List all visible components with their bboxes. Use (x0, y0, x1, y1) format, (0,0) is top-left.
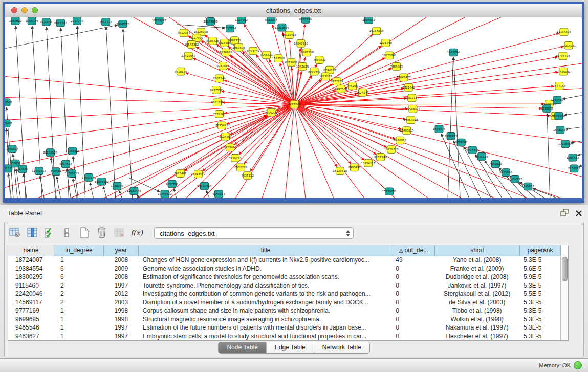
citation-edge-red[interactable] (294, 104, 544, 104)
tab-edge-table[interactable]: Edge Table (267, 342, 314, 353)
cell-title: Changes of HCN gene expression and I(f) … (139, 256, 393, 265)
citation-edge-red[interactable] (294, 104, 396, 198)
cell-in-degree: 2 (54, 281, 104, 290)
citation-edge-black[interactable] (448, 57, 453, 198)
cell-short: Tibbo et al. (1998) (434, 307, 519, 315)
cell-title: Tourette syndrome. Phenomenology and cla… (139, 281, 393, 290)
graph-node-label: 10995915 (400, 129, 414, 132)
citation-edge-red[interactable] (294, 104, 562, 198)
citation-edge-black[interactable] (454, 57, 461, 198)
graph-node-label: 9637240 (288, 103, 301, 106)
rows-icon[interactable] (60, 226, 74, 240)
network-graph[interactable]: 9637240182260589612954912750516543392818… (5, 17, 582, 198)
table-row[interactable]: 1938455462009Genome-wide association stu… (8, 265, 560, 273)
graph-node-label: 2104519 (568, 167, 581, 170)
column-header-title[interactable]: title (139, 245, 393, 256)
citation-edge-red[interactable] (294, 104, 395, 139)
citation-edge-red[interactable] (162, 116, 267, 198)
minimize-window-button[interactable] (21, 7, 28, 13)
graph-node-label: 8186328 (206, 39, 219, 42)
memory-status-label: Memory: OK (539, 362, 571, 368)
column-header-pagerank[interactable]: pagerank (520, 245, 561, 256)
table-row[interactable]: 977716911998Corpus callosum shape and si… (8, 307, 560, 315)
column-header-name[interactable]: name (8, 245, 54, 256)
table-row[interactable]: 1830029562008Estimation of significance … (8, 273, 560, 281)
column-header-short[interactable]: short (435, 245, 520, 256)
citation-edge-black[interactable] (119, 191, 122, 198)
citation-edge-black[interactable] (565, 127, 582, 129)
cell-pagerank: 5.5E-5 (519, 290, 560, 298)
column-header-out-degree[interactable]: △out_de... (393, 245, 435, 256)
select-column-icon[interactable] (25, 226, 39, 240)
citation-edge-red[interactable] (294, 104, 376, 154)
float-panel-icon[interactable] (560, 209, 569, 218)
cell-name: 9465546 (8, 323, 54, 332)
graph-node-label: 15692971 (553, 128, 568, 132)
citation-edge-red[interactable] (294, 86, 554, 104)
citation-edge-red[interactable] (234, 104, 294, 145)
citation-edge-black[interactable] (73, 179, 77, 198)
citation-edge-red[interactable] (294, 47, 563, 104)
graph-node-label: 22420046 (181, 54, 196, 57)
select-all-icon[interactable] (42, 226, 57, 240)
cell-in-degree: 2 (54, 290, 104, 298)
table-settings-icon[interactable] (8, 226, 22, 240)
vertical-scrollbar[interactable] (560, 256, 568, 340)
citation-edge-black[interactable] (103, 186, 107, 198)
citation-edge-red[interactable] (5, 76, 294, 104)
table-selector[interactable]: citations_edges.txt (154, 227, 354, 239)
citation-edge-red[interactable] (294, 104, 462, 198)
tab-node-table[interactable]: Node Table (219, 342, 267, 353)
table-row[interactable]: 1872400712008Changes of HCN gene express… (8, 256, 560, 265)
graph-node-label: 12342757 (32, 169, 46, 172)
graph-node-label: 2087652 (362, 18, 375, 21)
citation-edge-black[interactable] (562, 96, 582, 99)
cell-title: Structural magnetic resonance image aver… (139, 315, 393, 324)
graph-node-label: 114519 (51, 170, 62, 173)
function-builder-icon[interactable]: f(x) (129, 226, 144, 240)
graph-node-label: 1244419 (551, 98, 564, 101)
table-row[interactable]: 911546021997Tourette syndrome. Phenomeno… (8, 281, 560, 290)
cell-in-degree: 1 (54, 315, 104, 324)
citation-edge-black[interactable] (577, 154, 582, 156)
graph-node-label: 11544921 (406, 107, 420, 111)
citation-edge-black[interactable] (90, 182, 94, 198)
citation-edge-red[interactable] (235, 104, 294, 198)
table-row[interactable]: 1456911722003Disruption of a novel membe… (8, 298, 560, 307)
application-window: citations_edges.txt 96372401822605896129… (0, 0, 588, 372)
cell-pagerank: 5.3E-5 (519, 298, 560, 307)
zoom-window-button[interactable] (32, 7, 38, 13)
tab-network-table[interactable]: Network Table (314, 342, 369, 353)
citation-edge-black[interactable] (564, 113, 582, 115)
column-header-year[interactable]: year (104, 245, 139, 256)
graph-node-label: 8454749 (247, 50, 259, 53)
cell-name: 9463627 (8, 332, 54, 341)
citation-edge-black[interactable] (533, 188, 558, 198)
network-canvas[interactable]: 9637240182260589612954912750516543392818… (5, 17, 582, 198)
citation-edge-black[interactable] (57, 177, 60, 198)
table-panel-header: Table Panel (0, 205, 588, 221)
close-window-button[interactable] (11, 7, 17, 13)
citation-edge-red[interactable] (294, 104, 351, 164)
table-row[interactable]: 969969511998Structural magnetic resonanc… (8, 315, 560, 324)
cell-short: Hescheler et al. (1997) (434, 332, 519, 341)
table-row[interactable]: 946554611997Estimation of the future num… (8, 323, 560, 332)
table-row[interactable]: 2242004622012Investigating the contribut… (8, 290, 560, 298)
graph-node-label: 9777169 (331, 80, 343, 83)
citation-edge-red[interactable] (294, 72, 558, 104)
table-body[interactable]: 1872400712008Changes of HCN gene express… (8, 256, 560, 340)
citation-edge-red[interactable] (5, 104, 294, 120)
close-icon[interactable] (576, 209, 582, 218)
cell-in-degree: 1 (54, 332, 104, 341)
table-row[interactable]: 946362711997Embryonic stem cells: a mode… (8, 332, 560, 341)
network-window[interactable]: citations_edges.txt 96372401822605896129… (3, 2, 584, 203)
column-header-in-degree[interactable]: in_degree (54, 245, 104, 256)
network-window-titlebar[interactable]: citations_edges.txt (5, 4, 582, 17)
citation-edge-black[interactable] (579, 165, 582, 166)
cell-name: 22420046 (8, 290, 54, 298)
citation-edge-black[interactable] (547, 114, 550, 198)
new-table-icon[interactable] (77, 226, 92, 240)
scrollbar-thumb[interactable] (562, 257, 568, 281)
delete-table-icon[interactable] (95, 226, 109, 240)
cell-title: Corpus callosum shape and size in male p… (139, 307, 393, 315)
